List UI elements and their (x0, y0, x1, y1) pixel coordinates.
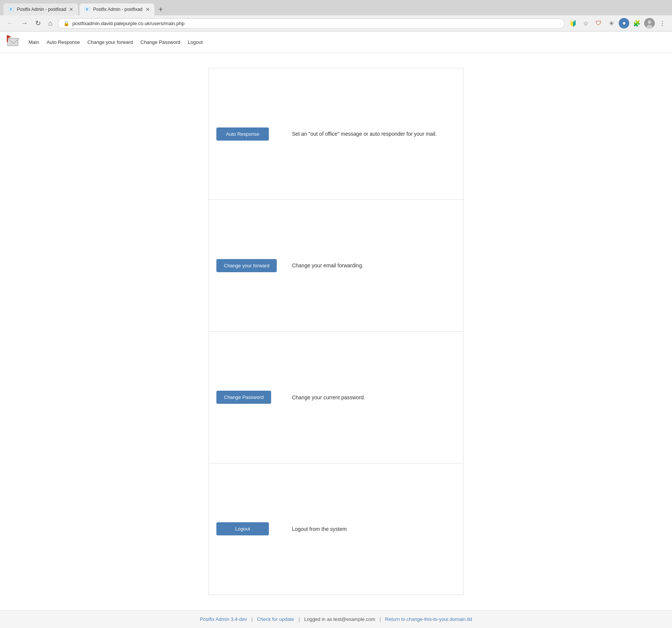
tab2-close-icon[interactable]: ✕ (146, 6, 150, 12)
action-table: Auto ResponseSet an "out of office" mess… (208, 68, 464, 595)
address-bar-row: ← → ↻ ⌂ 🔒 postfixadmin.david.palepurple.… (0, 15, 672, 31)
action-row-1: Change your forwardChange your email for… (209, 200, 464, 331)
ublock-icon[interactable]: 🛡 (593, 18, 604, 28)
tab1-favicon: 📧 (8, 6, 14, 12)
nav-auto-response[interactable]: Auto Response (44, 38, 83, 46)
postfix-logo (6, 34, 21, 49)
star-icon[interactable]: ☆ (580, 18, 591, 28)
browser-tab-1[interactable]: 📧 Postfix Admin - postfixad ✕ (3, 3, 78, 15)
back-button[interactable]: ← (4, 18, 16, 29)
action-desc-0: Set an "out of office" message or auto r… (284, 68, 463, 200)
sparkle-icon[interactable]: ✳ (606, 18, 616, 28)
address-text: postfixadmin.david.palepurple.co.uk/user… (72, 21, 559, 26)
tab2-title: Postfix Admin - postfixad (93, 7, 142, 12)
tab1-close-icon[interactable]: ✕ (69, 6, 74, 12)
footer-sep2: | (298, 616, 300, 622)
footer: Postfix Admin 3.4-dev | Check for update… (0, 610, 672, 628)
site-nav: Main Auto Response Change your forward C… (0, 31, 672, 53)
action-desc-1: Change your email forwarding. (284, 200, 463, 331)
tab1-title: Postfix Admin - postfixad (17, 7, 66, 12)
main-content: Auto ResponseSet an "out of office" mess… (0, 53, 672, 610)
nav-change-password[interactable]: Change Password (138, 38, 183, 46)
home-button[interactable]: ⌂ (46, 18, 55, 29)
toolbar-icons: 🔰 ☆ 🛡 ✳ ■ 🧩 ⋮ (568, 18, 668, 28)
nav-logout[interactable]: Logout (185, 38, 206, 46)
action-desc-2: Change your current password. (284, 331, 463, 463)
footer-sep1: | (251, 616, 252, 622)
nav-main[interactable]: Main (26, 38, 42, 46)
action-desc-3: Logout from the system (284, 463, 463, 595)
tab2-favicon: 📧 (84, 6, 90, 12)
action-row-2: Change PasswordChange your current passw… (209, 331, 464, 463)
action-button-1[interactable]: Change your forward (216, 259, 277, 272)
browser-tab-2[interactable]: 📧 Postfix Admin - postfixad ✕ (79, 3, 154, 15)
footer-version-link[interactable]: Postfix Admin 3.4-dev (200, 616, 247, 622)
svg-rect-4 (7, 35, 8, 42)
lock-icon: 🔒 (63, 21, 69, 26)
footer-sep3: | (380, 616, 381, 622)
tab-bar: 📧 Postfix Admin - postfixad ✕ 📧 Postfix … (0, 0, 672, 15)
svg-marker-5 (8, 35, 11, 38)
site-logo (6, 34, 21, 49)
action-button-2[interactable]: Change Password (216, 391, 271, 404)
footer-return-link[interactable]: Return to change-this-to-your.domain.tld (385, 616, 472, 622)
action-row-0: Auto ResponseSet an "out of office" mess… (209, 68, 464, 200)
action-row-3: LogoutLogout from the system (209, 463, 464, 595)
new-tab-button[interactable]: + (156, 4, 166, 15)
action-button-3[interactable]: Logout (216, 522, 269, 535)
forward-button[interactable]: → (19, 18, 30, 29)
reload-button[interactable]: ↻ (33, 18, 43, 29)
blue-square-icon[interactable]: ■ (619, 18, 629, 28)
menu-icon[interactable]: ⋮ (657, 18, 668, 28)
page-wrapper: Main Auto Response Change your forward C… (0, 31, 672, 628)
svg-point-1 (648, 20, 651, 24)
shield-vpn-icon[interactable]: 🔰 (568, 18, 578, 28)
footer-update-link[interactable]: Check for update (257, 616, 294, 622)
browser-chrome: 📧 Postfix Admin - postfixad ✕ 📧 Postfix … (0, 0, 672, 31)
puzzle-icon[interactable]: 🧩 (632, 18, 642, 28)
nav-change-forward[interactable]: Change your forward (84, 38, 136, 46)
avatar[interactable] (644, 18, 655, 28)
footer-logged-in-text: Logged in as test@example.com (304, 616, 375, 622)
avatar-image (644, 18, 655, 28)
address-bar[interactable]: 🔒 postfixadmin.david.palepurple.co.uk/us… (58, 18, 565, 28)
action-button-0[interactable]: Auto Response (216, 127, 269, 141)
